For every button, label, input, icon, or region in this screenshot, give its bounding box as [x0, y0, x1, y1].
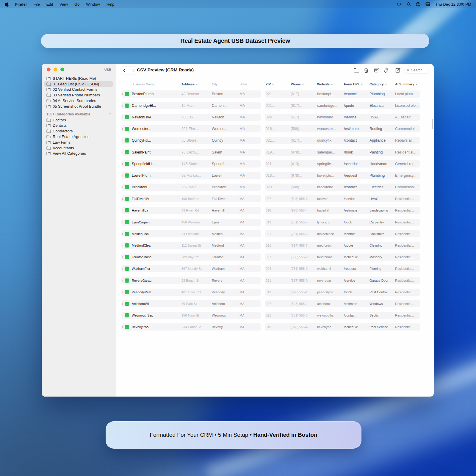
menu-bar-clock[interactable]: Thu Dec 12 3:00 PM: [435, 2, 471, 7]
table-row[interactable]: ›LynnCarpent456 WesternLynnMA019(781) 55…: [121, 216, 434, 228]
menu-file[interactable]: File: [34, 2, 40, 7]
row-expander-icon[interactable]: ›: [122, 151, 124, 154]
state-cell: MA: [239, 290, 261, 294]
sidebar-section-header[interactable]: 150+ Categories Available: [46, 112, 111, 117]
table-row[interactable]: ›WalthamFlor567 Moody StWalthamMA024(781…: [121, 263, 434, 275]
column-header-address[interactable]: Address: [181, 82, 212, 86]
table-row[interactable]: ›NewtonHVA...88 Oak...NewtonMA024...(617…: [121, 111, 434, 123]
table-row[interactable]: ›MaldenLock34 PleasantMaldenMA021(781) 5…: [121, 228, 434, 239]
row-expander-icon[interactable]: ›: [122, 314, 124, 317]
spotlight-icon[interactable]: [407, 2, 411, 6]
row-expander-icon[interactable]: ›: [122, 290, 124, 294]
table-row[interactable]: ›SpringfieldH...145 State...Springfi...M…: [121, 158, 434, 170]
table-row[interactable]: ›PeabodyPest401 Lowell StPeabodyMA019(97…: [121, 286, 434, 298]
row-expander-icon[interactable]: ›: [122, 325, 124, 329]
row-expander-icon[interactable]: ›: [122, 244, 124, 247]
row-expander-icon[interactable]: ›: [122, 255, 124, 259]
account-icon[interactable]: [416, 2, 420, 7]
table-row[interactable]: ›Worcester...321 Elm...Worces...MA016...…: [121, 123, 434, 135]
table-row[interactable]: ›TauntonMaso289 Bay RdTauntonMA027(508) …: [121, 251, 434, 263]
minimize-button[interactable]: [54, 68, 57, 71]
menu-window[interactable]: Window: [86, 2, 100, 7]
menu-edit[interactable]: Edit: [46, 2, 53, 7]
table-row[interactable]: ›HaverhillLa73 River RdHaverhillMA018(97…: [121, 205, 434, 216]
address-cell: 15 Main...: [181, 104, 212, 108]
menu-go[interactable]: Go: [74, 2, 79, 7]
column-header-website[interactable]: Website: [316, 82, 343, 86]
row-expander-icon[interactable]: ›: [122, 104, 124, 107]
sidebar-item-01-lead-list-csv-json[interactable]: 01 Lead List (CSV · JSON): [44, 81, 113, 87]
table-row[interactable]: ›MedfordClea112 Salem StMedfordMA021(617…: [121, 239, 434, 251]
zip-cell: 021: [265, 279, 290, 282]
column-header-form-url[interactable]: Form URL: [343, 82, 369, 86]
sidebar-item-accountants[interactable]: Accountants: [44, 145, 113, 151]
sidebar-item-doctors[interactable]: Doctors: [44, 117, 113, 123]
row-expander-icon[interactable]: ›: [122, 220, 124, 224]
table-row[interactable]: ›RevereGarag23 Beach StRevereMA021(617) …: [121, 275, 434, 286]
sidebar-item-04-ai-service-summaries[interactable]: 04 AI Service Summaries: [44, 98, 113, 104]
state-cell: MA: [239, 104, 261, 108]
zoom-button[interactable]: [60, 68, 64, 71]
zip-cell: 027: [265, 302, 290, 306]
row-expander-icon[interactable]: ›: [122, 174, 124, 177]
table-row[interactable]: ›AttleboroWi89 Park StAttleboroMA027(508…: [121, 298, 434, 309]
row-expander-icon[interactable]: ›: [122, 267, 124, 270]
business-name: WalthamFlor: [132, 267, 150, 270]
row-expander-icon[interactable]: ›: [122, 162, 124, 166]
table-row[interactable]: ›BrocktonEl...267 Main...BrocktonMA023..…: [121, 181, 434, 193]
ai_summary-cell: Emergency...: [394, 173, 420, 178]
close-button[interactable]: [47, 68, 51, 71]
row-expander-icon[interactable]: ›: [122, 197, 124, 201]
sidebar-item-dentists[interactable]: Dentists: [44, 123, 113, 129]
sidebar-item-view-all-categories[interactable]: View All Categories →: [44, 151, 113, 156]
table-row[interactable]: ›LowellPlum...92 Market...LowellMA018...…: [121, 170, 434, 181]
column-header-business-name[interactable]: Business Name: [121, 82, 181, 86]
table-row[interactable]: ›CambridgeEl...15 Main...Cambri...MA021.…: [121, 100, 434, 111]
sidebar-item-02-verified-contact-forms[interactable]: 02 Verified Contact Forms: [44, 87, 113, 93]
column-header-phone[interactable]: Phone: [290, 82, 316, 86]
form_url-cell: /contact: [343, 185, 369, 189]
column-header-category[interactable]: Category: [369, 82, 394, 86]
sidebar-item-contractors[interactable]: Contractors: [44, 128, 113, 134]
table-row[interactable]: ›FallRiverHV198 BedfordFall RiverMA027(5…: [121, 193, 434, 205]
sidebar-item-05-screenshot-proof-bundle[interactable]: 05 Screenshot Proof Bundle: [44, 104, 113, 109]
spreadsheet-file-icon: [125, 127, 129, 131]
row-expander-icon[interactable]: ›: [122, 127, 124, 131]
wifi-icon[interactable]: [397, 2, 402, 6]
row-segment-left: ›LynnCarpent456 WesternLynnMA: [121, 219, 261, 226]
hero-banner-title: Real Estate Agent USB Dataset Preview: [180, 37, 290, 44]
column-header-city[interactable]: City: [212, 82, 239, 86]
scrollbar[interactable]: [432, 119, 433, 129]
row-expander-icon[interactable]: ›: [122, 115, 124, 119]
zip-cell: 018...: [265, 173, 290, 178]
table-row[interactable]: ›QuincyFix...55 Shore...QuincyMA021...(6…: [121, 135, 434, 146]
sidebar-item-real-estate-agencies[interactable]: Real Estate Agencies: [44, 134, 113, 140]
spreadsheet-file-icon: [125, 173, 129, 178]
phone-cell: (508) 555-2: [290, 302, 316, 306]
apple-menu-icon[interactable]: [5, 2, 9, 7]
table-row[interactable]: ›BeverlyPool234 Cabot StBeverlyMA019(978…: [121, 321, 434, 333]
sidebar-item-law-firms[interactable]: Law Firms: [44, 140, 113, 145]
column-header-ai-summary[interactable]: AI Summary: [394, 82, 420, 86]
control-center-icon[interactable]: [425, 2, 430, 6]
spreadsheet-file-icon: [125, 162, 129, 166]
column-header-zip[interactable]: ZIP: [265, 82, 290, 86]
row-expander-icon[interactable]: ›: [122, 209, 124, 212]
menu-view[interactable]: View: [60, 2, 68, 7]
menu-help[interactable]: Help: [107, 2, 115, 7]
table-row[interactable]: ›BostonPlumb...42 Beacon...BostonMA021..…: [121, 88, 434, 100]
sidebar-item-start-here-read-me[interactable]: START HERE (Read Me): [44, 76, 113, 81]
menu-finder[interactable]: Finder: [15, 2, 27, 7]
row-expander-icon[interactable]: ›: [122, 302, 124, 306]
row-expander-icon[interactable]: ›: [122, 139, 124, 142]
row-expander-icon[interactable]: ›: [122, 92, 124, 96]
sidebar-item-label: 04 AI Service Summaries: [53, 98, 96, 103]
table-row[interactable]: ›WeymouthSep156 Main StWeymouthMA021(781…: [121, 310, 434, 321]
row-expander-icon[interactable]: ›: [122, 185, 124, 189]
table-row[interactable]: ›SalemPaint...78 Derby...SalemMA019...(9…: [121, 146, 434, 158]
business-name-cell: ›RevereGarag: [121, 278, 181, 283]
sidebar-item-03-verified-phone-numbers[interactable]: 03 Verified Phone Numbers: [44, 92, 113, 98]
column-header-state[interactable]: State: [239, 82, 261, 86]
row-expander-icon[interactable]: ›: [122, 232, 124, 236]
row-expander-icon[interactable]: ›: [122, 279, 124, 282]
